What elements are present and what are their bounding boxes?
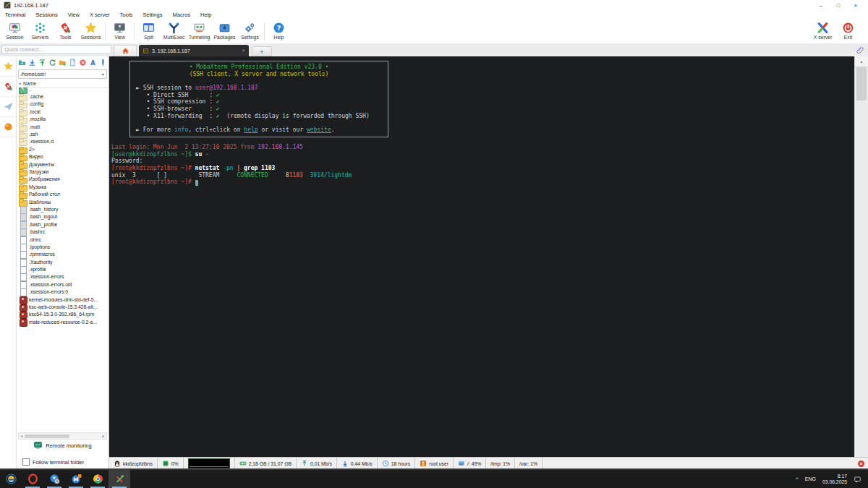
file-row[interactable]: .cache (17, 93, 109, 100)
toolbar-split-button[interactable]: Split (136, 20, 161, 43)
upload-button[interactable] (38, 58, 47, 67)
file-row[interactable]: Музыка (17, 183, 109, 190)
file-row[interactable]: .local (17, 108, 109, 115)
go-up-button[interactable] (17, 58, 27, 67)
toolbar-tunneling-button[interactable]: Tunneling (187, 20, 212, 43)
toolbar-settings-button[interactable]: Settings (237, 20, 263, 43)
follow-terminal-folder[interactable]: Follow terminal folder (22, 458, 84, 466)
file-row[interactable]: .dmrc (17, 236, 109, 243)
open-folder-button[interactable] (58, 58, 67, 67)
toolbar-servers-button[interactable]: Servers (27, 20, 53, 43)
file-row[interactable]: .xsession-errors (17, 273, 109, 281)
path-dropdown[interactable]: /home/user/ ▾ (18, 69, 107, 79)
file-row[interactable]: .mozilla (17, 116, 109, 123)
menu-item-x-server[interactable]: X server (90, 12, 110, 18)
file-row[interactable]: .mutt (17, 123, 109, 130)
file-row[interactable]: mate-reduced-resource-0.2-a... (17, 318, 109, 325)
remote-monitoring-button[interactable]: Remote monitoring (17, 441, 109, 450)
taskbar-item-mobaxterm[interactable] (109, 470, 130, 488)
toolbar-view-button[interactable]: View (107, 20, 132, 43)
file-row[interactable]: .bash_history (17, 205, 109, 213)
toolbar-multiexec-button[interactable]: MultiExec (161, 20, 187, 43)
statusbar-close-button[interactable] (857, 460, 865, 468)
toolbar-packages-button[interactable]: Packages (212, 20, 237, 43)
file-row[interactable]: .lpoptions (17, 243, 109, 250)
toolbar-sessions-button[interactable]: Sessions (78, 20, 103, 43)
sidebar-tab-sessions-panel[interactable] (0, 56, 16, 77)
toolbar-help-button[interactable]: ?Help (266, 20, 292, 43)
close-button[interactable]: × (847, 0, 864, 10)
file-row[interactable]: .config (17, 100, 109, 108)
sidebar-tab-macros-panel[interactable] (0, 97, 16, 117)
file-row[interactable]: Загрузки (17, 168, 109, 175)
menu-item-macros[interactable]: Macros (172, 12, 190, 18)
menu-item-view[interactable]: View (68, 12, 80, 18)
file-row[interactable]: kernel-modules-drm-std-def-5... (17, 296, 109, 303)
file-row[interactable]: .xsession-errors.old (17, 281, 109, 288)
horizontal-scrollbar[interactable]: ◂ ▸ (18, 432, 107, 440)
toolbar-exit-button[interactable]: Exit (835, 20, 861, 43)
terminal-scrollbar-thumb[interactable] (856, 67, 867, 100)
tray-chevron-icon[interactable]: ^ (796, 476, 799, 482)
file-row[interactable]: .xsession.d (17, 138, 109, 145)
tab-home[interactable] (114, 45, 137, 56)
taskbar-item-chrome[interactable] (87, 470, 109, 488)
file-row[interactable]: .bash_profile (17, 221, 109, 228)
terminal-scrollbar[interactable]: ▴ (854, 56, 868, 457)
taskbar-item-start[interactable] (0, 470, 22, 488)
file-row[interactable]: .. (17, 85, 109, 93)
file-row[interactable]: .rpmmacros (17, 251, 109, 258)
file-row[interactable]: .xprofile (17, 265, 109, 273)
sidebar-tab-tools-panel[interactable] (0, 77, 16, 97)
follow-checkbox[interactable] (22, 458, 30, 466)
file-row[interactable]: Рабочий стол (17, 190, 109, 197)
language-indicator[interactable]: ENG (805, 476, 816, 481)
file-name: .rpmmacros (29, 252, 55, 257)
file-row[interactable]: Изображения (17, 176, 109, 183)
quick-connect-input[interactable] (1, 45, 111, 54)
download-button[interactable] (27, 58, 37, 67)
paperclip-icon[interactable] (856, 46, 864, 54)
terminal-screen[interactable]: • MobaXterm Professional Edition v23.0 •… (109, 56, 855, 457)
taskbar-item-opera[interactable] (22, 470, 43, 488)
scroll-right-icon[interactable]: ▸ (101, 434, 106, 438)
notification-icon[interactable] (854, 476, 861, 483)
file-row[interactable]: .bashrc (17, 228, 109, 235)
menu-item-help[interactable]: Help (200, 12, 211, 18)
scrollbar-thumb[interactable] (25, 435, 69, 438)
tab-close-icon[interactable]: × (242, 48, 245, 53)
file-row[interactable]: ksc-web-console-15.3.428-alt... (17, 303, 109, 310)
scroll-left-icon[interactable]: ◂ (19, 434, 25, 438)
tab-session-active[interactable]: 3. 192.168.1.187 × (139, 45, 249, 56)
file-row[interactable]: 2> (17, 145, 109, 153)
scroll-up-icon[interactable]: ▴ (855, 56, 868, 67)
sidebar-tab-web-panel[interactable] (0, 117, 16, 137)
new-file-button[interactable] (68, 58, 77, 67)
maximize-button[interactable]: □ (830, 0, 847, 10)
toolbar-xserver-button[interactable]: X server (810, 20, 835, 43)
toolbar-packages-label: Packages (214, 35, 236, 40)
toolbar-tools-button[interactable]: Tools (53, 20, 78, 43)
edit-button[interactable] (98, 58, 108, 67)
menu-item-settings[interactable]: Settings (142, 12, 162, 18)
menu-item-sessions[interactable]: Sessions (35, 12, 57, 18)
file-row[interactable]: .xsession-errors:0 (17, 288, 109, 296)
taskbar-item-clock-app[interactable] (43, 470, 65, 488)
file-row[interactable]: Видео (17, 153, 109, 160)
file-row[interactable]: .ssh (17, 130, 109, 137)
refresh-button[interactable] (48, 58, 57, 67)
encoding-button[interactable]: A (88, 58, 98, 67)
file-row[interactable]: Документы (17, 160, 109, 168)
file-row[interactable]: .Xauthority (17, 258, 109, 265)
menu-item-terminal[interactable]: Terminal (5, 12, 25, 18)
file-row[interactable]: Шаблоны (17, 198, 109, 205)
file-row[interactable]: .bash_logout (17, 213, 109, 221)
menu-item-tools[interactable]: Tools (120, 12, 133, 18)
delete-button[interactable] (78, 58, 88, 67)
taskbar-item-m-app[interactable]: M (65, 470, 87, 488)
tray-clock[interactable]: 8:17 03.06.2025 (822, 474, 847, 485)
toolbar-session-button[interactable]: Session (2, 20, 27, 43)
file-row[interactable]: ksc64-15.3.0-392.x86_64.rpm (17, 311, 109, 318)
minimize-button[interactable]: – (812, 0, 830, 10)
new-tab-button[interactable]: + (252, 46, 272, 56)
